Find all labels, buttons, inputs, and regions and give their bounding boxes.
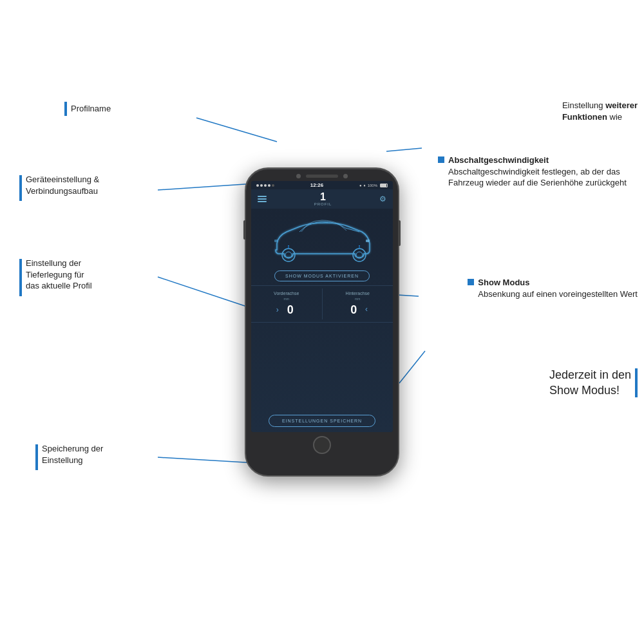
front-axle-label: Vorderachse mm bbox=[274, 291, 299, 302]
label-abschalt: Abschaltgeschwindigkeit Abschaltgeschwin… bbox=[438, 155, 638, 189]
label-jederzeit: Jederzeit in den Show Modus! /* bigger t… bbox=[549, 367, 638, 399]
svg-line-5 bbox=[399, 351, 425, 383]
profil-center: 1 PROFIL bbox=[314, 192, 332, 206]
phone-top-bar bbox=[246, 169, 398, 181]
profil-label: PROFIL bbox=[314, 202, 332, 206]
status-bar: 12:26 ●♦100% bbox=[251, 181, 393, 189]
phone-speaker bbox=[306, 175, 338, 178]
phone-camera bbox=[296, 174, 301, 178]
phone-mockup: 12:26 ●♦100% 1 PROFIL ⚙ bbox=[245, 167, 399, 477]
car-section: SHOW MODUS AKTIVIEREN Vorderachse mm › 0 bbox=[251, 209, 393, 432]
signal-dots bbox=[256, 184, 274, 187]
axle-section: Vorderachse mm › 0 Hinterachse mm bbox=[251, 285, 393, 323]
front-axle-col: Vorderachse mm › 0 bbox=[251, 289, 322, 319]
svg-line-2 bbox=[158, 277, 254, 309]
status-icons: ●♦100% bbox=[359, 184, 388, 187]
label-geraet: Geräteeinstellung & Verbindungsaufbau bbox=[19, 174, 99, 201]
label-speicherung: Speicherung der Einstellung bbox=[35, 443, 103, 470]
home-button[interactable] bbox=[313, 436, 331, 454]
phone-screen: 12:26 ●♦100% 1 PROFIL ⚙ bbox=[251, 181, 393, 432]
svg-rect-13 bbox=[366, 240, 370, 242]
svg-rect-14 bbox=[274, 240, 278, 242]
rear-decrease-button[interactable]: › bbox=[365, 305, 368, 314]
profil-number: 1 bbox=[314, 192, 332, 202]
app-header: 1 PROFIL ⚙ bbox=[251, 189, 393, 209]
svg-line-6 bbox=[386, 148, 422, 151]
front-axle-value: 0 bbox=[284, 303, 297, 317]
show-modus-button[interactable]: SHOW MODUS AKTIVIEREN bbox=[274, 270, 370, 281]
rear-axle-col: Hinterachse mm 0 › bbox=[323, 289, 393, 319]
label-tieferlegung: Einstellung der Tieferlegung für das akt… bbox=[19, 258, 92, 296]
car-image bbox=[264, 211, 380, 269]
rear-axle-controls: 0 › bbox=[347, 303, 368, 317]
front-decrease-button[interactable]: › bbox=[276, 305, 279, 314]
phone-bottom bbox=[246, 432, 398, 459]
label-weitere-funktionen: Einstellung weiterer Funktionen wie bbox=[562, 100, 638, 122]
phone-camera-2 bbox=[343, 174, 348, 178]
save-settings-button[interactable]: EINSTELLUNGEN SPEICHERN bbox=[269, 415, 375, 427]
gear-icon[interactable]: ⚙ bbox=[379, 194, 386, 204]
hamburger-icon[interactable] bbox=[258, 196, 267, 202]
rear-axle-label: Hinterachse mm bbox=[346, 291, 370, 302]
label-profilname: Profilname bbox=[64, 102, 111, 116]
front-axle-controls: › 0 bbox=[276, 303, 297, 317]
svg-line-0 bbox=[196, 118, 277, 142]
label-show-modus: Show Modus Absenkung auf einen voreinges… bbox=[468, 277, 638, 299]
status-time: 12:26 bbox=[310, 182, 323, 188]
rear-axle-value: 0 bbox=[347, 303, 360, 317]
svg-line-1 bbox=[158, 184, 254, 190]
